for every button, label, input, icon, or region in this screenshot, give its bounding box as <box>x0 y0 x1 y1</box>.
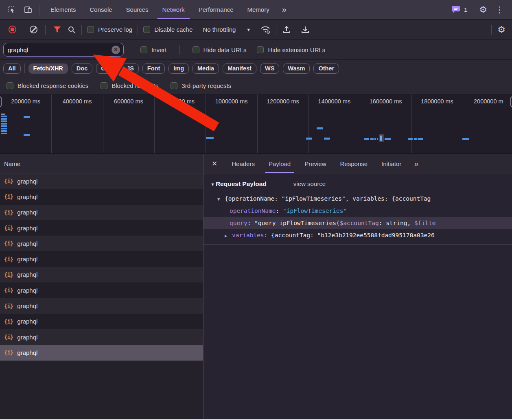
chip-wasm[interactable]: Wasm <box>283 63 310 74</box>
request-timeline-bar <box>1 133 7 134</box>
filter-label[interactable]: 3rd-party requests <box>182 82 231 89</box>
tab-sources[interactable]: Sources <box>119 0 155 19</box>
tab-payload[interactable]: Payload <box>262 154 298 173</box>
chip-js[interactable]: JS <box>122 63 139 74</box>
throttling-caret-icon: ▼ <box>246 27 251 32</box>
tab-response[interactable]: Response <box>333 154 375 173</box>
table-row[interactable]: {i}graphql <box>0 205 203 220</box>
disable-cache-label[interactable]: Disable cache <box>154 26 193 33</box>
table-row[interactable]: {i}graphql <box>0 267 203 282</box>
chip-other[interactable]: Other <box>313 63 339 74</box>
filter-label[interactable]: Blocked requests <box>112 82 158 89</box>
message-count-badge[interactable]: 1 <box>464 6 467 13</box>
filter-icon[interactable] <box>53 26 61 33</box>
tab-performance[interactable]: Performance <box>192 0 241 19</box>
chip-all[interactable]: All <box>3 63 21 74</box>
more-panels-icon[interactable]: » <box>276 5 291 14</box>
clear-filter-icon[interactable]: ✕ <box>112 46 120 54</box>
network-conditions-icon[interactable] <box>260 25 271 34</box>
table-row[interactable]: {i}graphql <box>0 329 203 345</box>
chip-font[interactable]: Font <box>142 63 165 74</box>
payload-operation-row[interactable]: operationName: "ipFlowTimeseries" <box>203 205 512 217</box>
json-braces-icon: {i} <box>4 240 13 247</box>
chip-img[interactable]: Img <box>168 63 189 74</box>
filter-label[interactable]: Blocked response cookies <box>18 82 88 89</box>
payload-query-row[interactable]: query: "query ipFlowTimeseries($accountT… <box>203 217 512 229</box>
network-filter-box[interactable]: ✕ <box>3 43 124 57</box>
settings-icon[interactable]: ⚙ <box>479 5 487 14</box>
payload-token: : "query ipFlowTimeseries( <box>247 220 340 226</box>
expand-icon[interactable]: ▶ <box>225 230 232 242</box>
console-messages-icon[interactable] <box>451 5 461 14</box>
tab-headers[interactable]: Headers <box>225 154 262 173</box>
tab-network[interactable]: Network <box>155 0 192 19</box>
import-har-icon[interactable] <box>282 25 291 34</box>
tab-memory[interactable]: Memory <box>241 0 276 19</box>
request-timeline-bar <box>1 123 7 125</box>
view-source-link[interactable]: view source <box>293 180 326 187</box>
chip-media[interactable]: Media <box>193 63 219 74</box>
disable-cache-checkbox[interactable] <box>143 26 150 33</box>
hide-extension-urls-checkbox[interactable] <box>257 46 264 53</box>
invert-checkbox[interactable] <box>140 46 147 53</box>
table-row[interactable]: {i}graphql <box>0 251 203 267</box>
hide-data-urls-label[interactable]: Hide data URLs <box>203 46 247 53</box>
request-timeline-bar <box>370 138 374 140</box>
table-row[interactable]: {i}graphql <box>0 173 203 189</box>
tab-initiator[interactable]: Initiator <box>374 154 408 173</box>
tab-elements[interactable]: Elements <box>44 0 83 19</box>
overview-left-grip[interactable] <box>0 96 2 107</box>
chip-manifest[interactable]: Manifest <box>223 63 256 74</box>
invert-label[interactable]: Invert <box>151 46 167 53</box>
search-icon[interactable] <box>68 26 76 34</box>
request-timeline-bar <box>324 138 330 140</box>
chip-css[interactable]: CSS <box>96 63 118 74</box>
inspect-element-icon[interactable] <box>7 5 16 14</box>
blocked-requests-checkbox[interactable] <box>101 82 107 89</box>
table-row[interactable]: {i}graphql <box>0 220 203 236</box>
collapse-icon[interactable]: ▼ <box>210 182 215 187</box>
network-settings-icon[interactable]: ⚙ <box>497 25 505 34</box>
table-row[interactable]: {i}graphql <box>0 298 203 313</box>
preserve-log-label[interactable]: Preserve log <box>98 26 132 33</box>
record-icon[interactable] <box>9 26 16 33</box>
tab-preview[interactable]: Preview <box>298 154 333 173</box>
table-row[interactable]: {i}graphql <box>0 189 203 204</box>
table-row[interactable]: {i}graphql <box>0 236 203 251</box>
devtools-tab-bar: ElementsConsoleSourcesNetworkPerformance… <box>0 0 512 20</box>
blocked-response-cookies-checkbox[interactable] <box>7 82 13 89</box>
timeline-gridline <box>257 94 258 153</box>
device-toolbar-icon[interactable] <box>24 5 33 14</box>
preserve-log-checkbox[interactable] <box>87 26 94 33</box>
request-details-panel: ✕ HeadersPayloadPreviewResponseInitiator… <box>203 154 512 419</box>
close-details-icon[interactable]: ✕ <box>203 160 225 168</box>
overview-right-grip[interactable] <box>510 96 512 107</box>
table-row[interactable]: {i}graphql <box>0 282 203 298</box>
chip-doc[interactable]: Doc <box>72 63 92 74</box>
clear-network-log-icon[interactable] <box>30 26 37 33</box>
resource-type-filters: AllFetch/XHRDocCSSJSFontImgMediaManifest… <box>0 60 512 77</box>
timeline-gridline <box>103 94 103 153</box>
payload-variables-row[interactable]: ▶variables: {accountTag: "b12e3b2192ee55… <box>203 229 512 241</box>
tab-console[interactable]: Console <box>83 0 119 19</box>
request-name: graphql <box>17 240 37 247</box>
menu-icon[interactable]: ⋮ <box>493 5 506 14</box>
payload-section-title: Request Payload <box>216 180 267 188</box>
network-filter-input[interactable] <box>5 46 112 53</box>
payload-summary-row[interactable]: ▼{operationName: "ipFlowTimeseries", var… <box>203 192 512 205</box>
hide-data-urls-checkbox[interactable] <box>193 46 199 53</box>
table-row[interactable]: {i}graphql <box>0 345 203 360</box>
chip-ws[interactable]: WS <box>260 63 279 74</box>
throttling-select[interactable]: No throttling ▼ <box>198 26 255 33</box>
json-braces-icon: {i} <box>4 287 13 293</box>
table-row[interactable]: {i}graphql <box>0 314 203 329</box>
chip-fetch-xhr[interactable]: Fetch/XHR <box>28 63 68 74</box>
collapse-icon[interactable]: ▼ <box>217 193 225 205</box>
request-timeline-bar <box>1 120 7 122</box>
hide-extension-urls-label[interactable]: Hide extension URLs <box>268 46 325 53</box>
network-overview-timeline[interactable]: 200000 ms400000 ms600000 ms800000 ms1000… <box>0 94 512 154</box>
export-har-icon[interactable] <box>301 25 310 34</box>
3rd-party-requests-checkbox[interactable] <box>171 82 177 89</box>
name-column-header[interactable]: Name <box>0 154 203 173</box>
more-details-tabs-icon[interactable]: » <box>408 159 423 168</box>
